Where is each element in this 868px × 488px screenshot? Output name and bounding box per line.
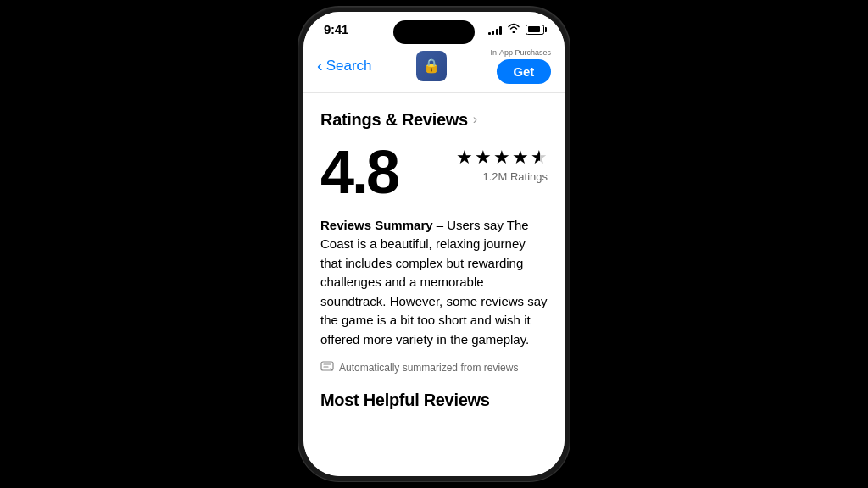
stars-container: ★ ★ ★ ★ ★ ★ 1.2M Ratings [456, 141, 548, 183]
summary-bold-label: Reviews Summary [320, 218, 433, 232]
section-chevron-icon: › [473, 112, 477, 127]
get-button[interactable]: Get [497, 59, 551, 84]
most-helpful-title: Most Helpful Reviews [320, 391, 548, 410]
rating-row: 4.8 ★ ★ ★ ★ ★ ★ 1.2M Ratings [320, 141, 548, 202]
ratings-section-header[interactable]: Ratings & Reviews › [320, 110, 548, 130]
auto-summary-text: Automatically summarized from reviews [339, 362, 518, 374]
star-1: ★ [456, 148, 473, 167]
star-4: ★ [512, 148, 529, 167]
summary-dash: – [433, 218, 448, 232]
rating-number: 4.8 [320, 141, 398, 202]
status-bar: 9:41 [303, 12, 565, 42]
back-label: Search [326, 58, 372, 75]
signal-icon [488, 25, 503, 35]
star-3: ★ [493, 148, 510, 167]
reviews-summary: Reviews Summary – Users say The Coast is… [320, 216, 548, 350]
phone-screen: 9:41 [303, 12, 565, 476]
status-time: 9:41 [324, 22, 348, 36]
nav-bar: ‹ Search In-App Purchases Get [303, 42, 565, 93]
auto-summary-icon [320, 359, 334, 375]
star-5-half: ★ ★ [531, 148, 548, 167]
app-icon [416, 51, 447, 81]
star-2: ★ [475, 148, 492, 167]
section-title: Ratings & Reviews [320, 110, 468, 130]
summary-text: Users say The Coast is a beautiful, rela… [320, 218, 548, 347]
phone-device: 9:41 [298, 7, 570, 481]
wifi-icon [507, 23, 520, 36]
battery-icon [526, 25, 544, 35]
back-button[interactable]: ‹ Search [317, 57, 372, 75]
nav-right: In-App Purchases Get [490, 48, 551, 84]
status-icons [488, 23, 545, 36]
back-chevron-icon: ‹ [317, 56, 323, 75]
ratings-count: 1.2M Ratings [482, 170, 548, 183]
content-area[interactable]: Ratings & Reviews › 4.8 ★ ★ ★ ★ ★ ★ [303, 93, 565, 476]
dynamic-island [393, 20, 475, 44]
app-icon-area [416, 51, 447, 81]
in-app-purchases-label: In-App Purchases [490, 48, 551, 58]
auto-summary: Automatically summarized from reviews [320, 359, 548, 375]
star-rating: ★ ★ ★ ★ ★ ★ [456, 148, 548, 167]
